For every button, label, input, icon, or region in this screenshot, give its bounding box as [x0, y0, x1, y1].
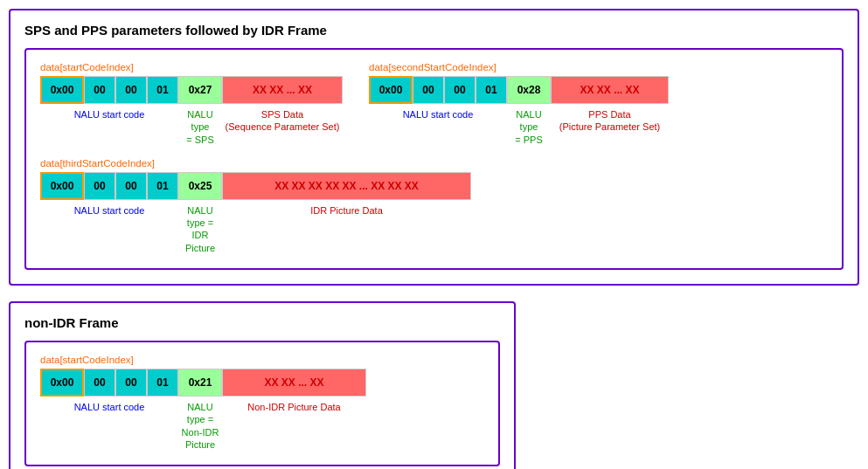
byte-01-nonidr: 01: [147, 369, 178, 397]
byte-0x25: 0x25: [178, 172, 222, 200]
non-idr-captions: NALU start code NALU type =Non-IDRPictur…: [40, 401, 484, 451]
byte-01-sps: 01: [147, 76, 178, 104]
byte-sps-data: XX XX ... XX: [222, 76, 343, 104]
non-idr-group: data[startCodeIndex] 0x00 00 00 01 0x21 …: [40, 355, 484, 451]
outer-top-section: SPS and PPS parameters followed by IDR F…: [9, 9, 859, 286]
top-section-title: SPS and PPS parameters followed by IDR F…: [24, 23, 844, 38]
idr-captions: NALU start code NALU type =IDR Picture I…: [40, 204, 828, 254]
cap-nalu-type-nonidr: NALU type =Non-IDRPicture: [178, 401, 222, 451]
byte-00-idr-1: 00: [84, 172, 115, 200]
cap-nalu-type-idr: NALU type =IDR Picture: [178, 204, 222, 254]
sps-bytes-row: 0x00 00 00 01 0x27 XX XX ... XX: [40, 76, 343, 104]
cap-nalu-start-nonidr: NALU start code: [40, 401, 178, 451]
cap-pps-data: PPS Data(Picture Parameter Set): [551, 108, 669, 146]
byte-0x27: 0x27: [178, 76, 222, 104]
cap-nonidr-data: Non-IDR Picture Data: [222, 401, 366, 451]
byte-00-nonidr-1: 00: [84, 369, 115, 397]
non-idr-label-top: data[startCodeIndex]: [40, 355, 484, 365]
cap-idr-data: IDR Picture Data: [222, 204, 471, 254]
byte-0x28: 0x28: [507, 76, 551, 104]
cap-nalu-type-sps: NALU type= SPS: [178, 108, 222, 146]
byte-0x21: 0x21: [178, 369, 222, 397]
bottom-section-title: non-IDR Frame: [24, 315, 500, 330]
byte-00-pps-2: 00: [444, 76, 476, 104]
byte-00-sps-2: 00: [115, 76, 147, 104]
pps-bytes-row: 0x00 00 00 01 0x28 XX XX ... XX: [369, 76, 669, 104]
byte-0x00-pps: 0x00: [369, 76, 413, 104]
cap-nalu-start-pps: NALU start code: [369, 108, 507, 146]
cap-nalu-type-pps: NALU type= PPS: [507, 108, 551, 146]
row1-container: data[startCodeIndex] 0x00 00 00 01 0x27 …: [40, 62, 828, 146]
byte-nonidr-data: XX XX ... XX: [222, 369, 366, 397]
pps-label-top: data[secondStartCodeIndex]: [369, 62, 669, 72]
byte-00-idr-2: 00: [115, 172, 147, 200]
pps-group: data[secondStartCodeIndex] 0x00 00 00 01…: [369, 62, 669, 146]
byte-00-pps-1: 00: [413, 76, 444, 104]
sps-group: data[startCodeIndex] 0x00 00 00 01 0x27 …: [40, 62, 343, 146]
byte-idr-data: XX XX XX XX XX ... XX XX XX: [222, 172, 471, 200]
inner-box-bottom: data[startCodeIndex] 0x00 00 00 01 0x21 …: [24, 341, 500, 466]
idr-group: data[thirdStartCodeIndex] 0x00 00 00 01 …: [40, 158, 828, 254]
idr-label-top: data[thirdStartCodeIndex]: [40, 158, 828, 169]
idr-bytes-row: 0x00 00 00 01 0x25 XX XX XX XX XX ... XX…: [40, 172, 828, 200]
outer-bottom-section: non-IDR Frame data[startCodeIndex] 0x00 …: [9, 301, 516, 469]
pps-captions: NALU start code NALU type= PPS PPS Data(…: [369, 108, 669, 146]
cap-nalu-start-sps: NALU start code: [40, 108, 178, 146]
byte-0x00-idr: 0x00: [40, 172, 84, 200]
cap-nalu-start-idr: NALU start code: [40, 204, 178, 254]
byte-pps-data: XX XX ... XX: [551, 76, 669, 104]
byte-00-sps-1: 00: [84, 76, 115, 104]
byte-0x00-sps: 0x00: [40, 76, 84, 104]
byte-01-idr: 01: [147, 172, 178, 200]
cap-sps-data: SPS Data(Sequence Parameter Set): [222, 108, 343, 146]
byte-01-pps: 01: [476, 76, 507, 104]
inner-box-top: data[startCodeIndex] 0x00 00 00 01 0x27 …: [24, 48, 844, 270]
sps-captions: NALU start code NALU type= SPS SPS Data(…: [40, 108, 343, 146]
non-idr-bytes-row: 0x00 00 00 01 0x21 XX XX ... XX: [40, 369, 484, 397]
byte-00-nonidr-2: 00: [115, 369, 147, 397]
sps-label-top: data[startCodeIndex]: [40, 62, 343, 72]
byte-0x00-nonidr: 0x00: [40, 369, 84, 397]
